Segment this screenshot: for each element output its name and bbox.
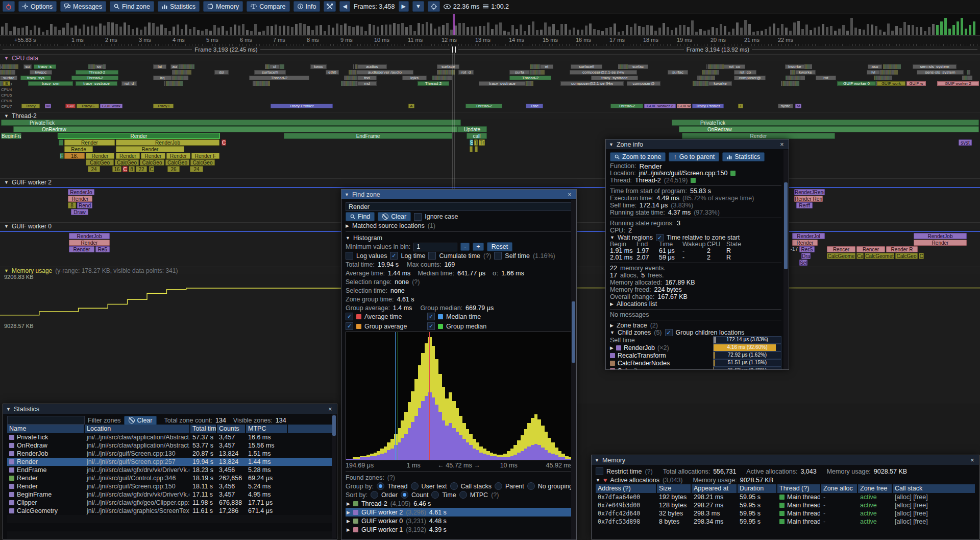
- zone-statistics-button[interactable]: Statistics: [722, 152, 765, 161]
- minimap-frame-bar[interactable]: [732, 29, 734, 35]
- collapse-icon[interactable]: ▼: [595, 458, 599, 463]
- cpu-zone[interactable]: audios: [357, 64, 387, 69]
- minimap-frame-bar[interactable]: [912, 25, 914, 35]
- minimap-frame-bar[interactable]: [593, 29, 596, 35]
- minimap-frame-bar[interactable]: [1, 27, 4, 35]
- minimap-frame-bar[interactable]: [581, 30, 583, 35]
- minimap-frame-bar[interactable]: [152, 23, 155, 35]
- zone-block[interactable]: Render: [682, 133, 835, 139]
- cpu-zone[interactable]: rot_co: [734, 70, 756, 75]
- zone-block[interactable]: Rencer: [856, 246, 885, 252]
- cpu-zone[interactable]: [9, 70, 10, 75]
- wait-column-header[interactable]: State: [726, 241, 747, 248]
- cpu-zone[interactable]: [793, 70, 794, 75]
- minimap-frame-bar[interactable]: [650, 26, 653, 35]
- minimap-frame-bar[interactable]: [377, 27, 379, 35]
- cpu-zone[interactable]: [889, 76, 892, 80]
- minimap-frame-bar[interactable]: [291, 27, 293, 35]
- wait-column-header[interactable]: Time: [659, 241, 682, 248]
- column-header[interactable]: Address (?): [596, 484, 656, 493]
- cpu-zone[interactable]: [266, 81, 267, 86]
- minimap-frame-bar[interactable]: [70, 28, 73, 35]
- zone-block[interactable]: RenderJob: [116, 139, 219, 146]
- minimap-frame-bar[interactable]: [103, 26, 106, 35]
- histogram-bar[interactable]: [445, 398, 449, 460]
- zone-location[interactable]: jni/../jni/src/guif/Screen.cpp:257: [85, 458, 189, 465]
- minimap-frame-bar[interactable]: [144, 27, 146, 35]
- cpu-zone[interactable]: GUIF worker 2: [937, 81, 979, 86]
- cpu-zone[interactable]: Thread-2: [418, 81, 449, 86]
- minimap-frame-bar[interactable]: [744, 20, 747, 35]
- collapse-icon[interactable]: ▼: [345, 192, 349, 197]
- minimap-frame-bar[interactable]: [279, 26, 281, 35]
- histogram-bar[interactable]: [374, 453, 377, 460]
- child-zone-row[interactable]: RecalcTransform72.92 μs (1.62%): [610, 351, 781, 359]
- minimap-frame-bar[interactable]: [389, 25, 391, 35]
- cpu-zone[interactable]: Trac: [526, 104, 543, 108]
- found-zone-group[interactable]: ▶GUIF worker 0(3,231)4.48 s: [346, 516, 572, 525]
- histogram-bar[interactable]: [462, 423, 466, 460]
- zone-block[interactable]: Render: [792, 240, 818, 246]
- minimap-frame-bar[interactable]: [675, 28, 677, 35]
- cpu-zone[interactable]: [437, 76, 438, 80]
- cpu-zone[interactable]: [268, 81, 270, 86]
- cpu-zone[interactable]: [446, 70, 447, 75]
- thread-indicator[interactable]: [691, 178, 696, 183]
- minimap-frame-bar[interactable]: [875, 26, 877, 35]
- minimap-frame-bar[interactable]: [189, 29, 191, 35]
- minimap-frame-bar[interactable]: [156, 27, 159, 35]
- histogram-bar[interactable]: [360, 456, 363, 460]
- cpu-zone[interactable]: [716, 70, 717, 75]
- histogram-bar[interactable]: [404, 412, 408, 460]
- scrollbar[interactable]: [571, 200, 576, 539]
- cpu-zone[interactable]: kworke: [785, 64, 804, 69]
- cpu-zone[interactable]: [713, 64, 714, 69]
- histogram-bar[interactable]: [350, 459, 353, 460]
- frame-labels-row[interactable]: Frame 3,193 (22.45 ms) Frame 3,194 (13.9…: [0, 46, 980, 53]
- minimap-frame-bar[interactable]: [654, 31, 657, 35]
- zone-location[interactable]: jni/../jni/src/claw/graphics/ScreenText.…: [85, 507, 189, 514]
- cpu-zone[interactable]: GUIFwork: [100, 104, 122, 108]
- minimap-frame-bar[interactable]: [614, 24, 616, 35]
- cpu-zone[interactable]: [350, 70, 351, 75]
- sort-by-radio[interactable]: [459, 491, 467, 499]
- cpu-zone[interactable]: rot_d: [458, 70, 474, 75]
- minimap-frame-bar[interactable]: [618, 32, 620, 35]
- zone-block[interactable]: C: [222, 139, 226, 146]
- alloc-callstack-link[interactable]: [alloc]: [895, 510, 912, 517]
- free-callstack-link[interactable]: [free]: [912, 518, 928, 525]
- cpu-zone[interactable]: kworke: [708, 81, 732, 86]
- minimap-frame-bar[interactable]: [932, 24, 935, 35]
- histogram-bar[interactable]: [466, 429, 470, 460]
- minimap-frame-bar[interactable]: [287, 26, 289, 35]
- minimap-frame-bar[interactable]: [217, 28, 220, 35]
- group-children-checkbox[interactable]: [665, 329, 673, 336]
- cpu-data-header[interactable]: ▼ CPU data: [0, 54, 980, 61]
- minimap-frame-bar[interactable]: [691, 20, 694, 35]
- zone-block[interactable]: CalcGeo: [165, 159, 189, 166]
- minimap-frame-bar[interactable]: [867, 24, 869, 35]
- cpu-zone[interactable]: [530, 81, 531, 86]
- minimap-frame-bar[interactable]: [360, 27, 363, 35]
- cpu-zone[interactable]: rot_d: [121, 81, 137, 86]
- column-header[interactable]: Thread (?): [777, 484, 820, 493]
- cpu-zone[interactable]: [0, 64, 1, 69]
- cpu-zone[interactable]: Tracy: [21, 104, 40, 108]
- minimap-frame-bar[interactable]: [5, 23, 8, 35]
- zone-block[interactable]: Dra: [801, 253, 811, 259]
- scrollbar-thumb[interactable]: [784, 182, 788, 269]
- minimap-frame-bar[interactable]: [487, 22, 489, 35]
- cpu-zone[interactable]: Thread-2: [610, 104, 643, 108]
- column-header[interactable]: Zone alloc: [821, 484, 857, 493]
- minimap-frame-bar[interactable]: [311, 30, 314, 35]
- cpu-zone[interactable]: [874, 76, 875, 80]
- cpu-zone[interactable]: surfacefli: [254, 70, 286, 75]
- minimap-frame-bar[interactable]: [952, 25, 955, 35]
- cpu-zone[interactable]: sy: [95, 64, 103, 69]
- memory-button[interactable]: Memory: [203, 1, 243, 12]
- allocation-address[interactable]: 0x7dfc42d640: [596, 510, 656, 517]
- histogram-bar[interactable]: [456, 408, 459, 460]
- collapse-icon[interactable]: ▼: [4, 56, 9, 61]
- minimap-frame-bar[interactable]: [258, 32, 261, 35]
- cpu-zone[interactable]: asu: [868, 64, 882, 69]
